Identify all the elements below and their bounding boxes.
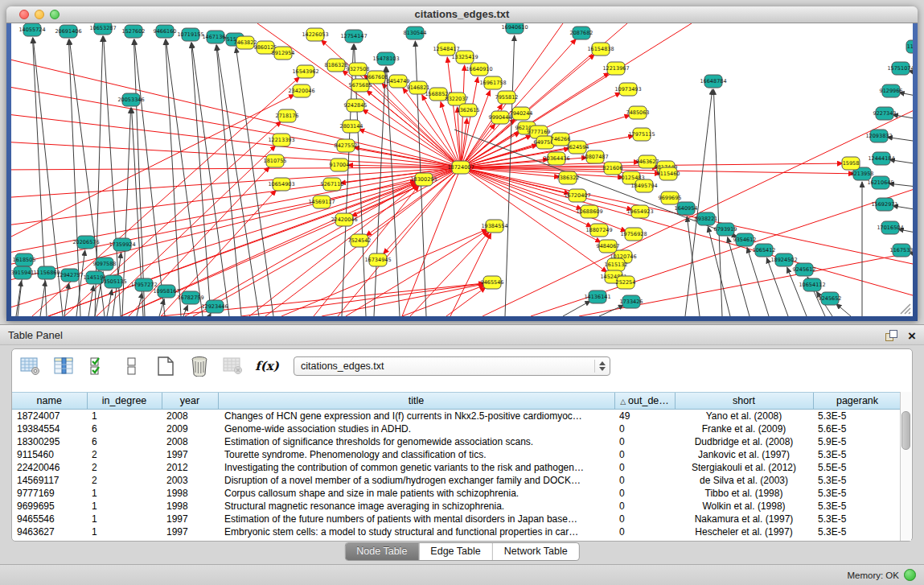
network-node[interactable]: 1810755 [264, 154, 287, 167]
network-node[interactable]: 1615132 [605, 258, 628, 271]
column-header-title[interactable]: title [218, 393, 614, 410]
cell[interactable]: 1 [87, 410, 162, 423]
citation-edge-black[interactable] [728, 237, 749, 316]
network-node[interactable]: 14055724 [18, 23, 45, 36]
column-header-out-degree[interactable]: △out_de… [614, 393, 675, 410]
network-node[interactable]: 9129966 [880, 84, 903, 97]
network-node[interactable]: 7940244 [510, 107, 533, 120]
network-node[interactable]: 19756928 [620, 228, 647, 241]
table-row[interactable]: 911546021997Tourette syndrome. Phenomeno… [12, 448, 901, 461]
network-node[interactable]: 16961758 [479, 76, 506, 89]
network-node[interactable]: 16210645 [867, 176, 893, 189]
network-node[interactable]: 12213393 [268, 134, 294, 146]
close-panel-icon[interactable]: × [908, 329, 916, 343]
network-node[interactable]: 18924502 [770, 253, 797, 266]
cell[interactable]: 1 [87, 513, 162, 525]
citation-edge-black[interactable] [16, 281, 22, 316]
cell[interactable]: 2012 [162, 461, 218, 474]
table-mode-button[interactable] [18, 355, 43, 377]
network-node[interactable]: 9354612 [733, 233, 757, 246]
column-header-name[interactable]: name [12, 393, 87, 410]
network-node[interactable]: 16543962 [292, 65, 318, 78]
cell[interactable]: Genome-wide association studies in ADHD. [218, 422, 614, 435]
network-node[interactable]: 917004 [330, 159, 350, 171]
citation-edge-red[interactable] [11, 167, 461, 282]
citation-edge-black[interactable] [747, 248, 769, 316]
table-row[interactable]: 1938455462009Genome-wide association stu… [12, 422, 901, 435]
citation-edge-red[interactable] [446, 287, 486, 316]
cell[interactable]: 2008 [162, 435, 218, 448]
citation-edge-black[interactable] [64, 283, 69, 316]
citation-edge-black[interactable] [137, 293, 142, 316]
network-node[interactable]: 9242845 [344, 99, 368, 112]
cell[interactable]: 0 [614, 448, 675, 461]
citation-edge-black[interactable] [836, 303, 851, 316]
network-node[interactable]: 16734945 [364, 253, 391, 266]
close-window-icon[interactable] [19, 10, 29, 19]
network-node[interactable]: 1618505 [13, 253, 36, 266]
column-header-short[interactable]: short [675, 393, 813, 410]
cell[interactable]: 1 [87, 500, 162, 513]
table-row[interactable]: 946554611997Estimation of the future num… [12, 513, 901, 525]
cell[interactable]: Tibbo et al. (1998) [675, 487, 813, 500]
network-node[interactable]: 2718176 [276, 109, 299, 122]
network-canvas[interactable]: 1405572420691406106532871527602946616010… [11, 23, 913, 316]
network-node[interactable]: 10653287 [89, 23, 116, 35]
citation-edge-red[interactable] [461, 167, 913, 299]
cell[interactable]: 2008 [162, 410, 218, 423]
network-node[interactable]: 5675685 [349, 79, 372, 92]
cell[interactable]: 5.3E-5 [813, 500, 901, 513]
network-node[interactable]: 8427552 [335, 139, 358, 152]
float-panel-icon[interactable] [885, 330, 897, 341]
network-node[interactable]: 7955812 [495, 91, 519, 104]
network-node[interactable]: 12754147 [340, 30, 367, 43]
column-header-year[interactable]: year [162, 393, 218, 410]
cell[interactable]: 5.3E-5 [813, 448, 901, 461]
cell[interactable]: Nakamura et al. (1997) [675, 513, 813, 525]
network-node[interactable]: 9990444 [489, 111, 512, 124]
network-node[interactable]: 15751074 [887, 62, 913, 75]
cell[interactable]: Dudbridge et al. (2008) [675, 435, 813, 448]
delete-column-button[interactable] [187, 355, 211, 377]
citation-edge-red[interactable] [410, 232, 489, 316]
network-node[interactable]: 12942757 [56, 269, 83, 282]
network-node[interactable]: 1065412 [753, 244, 776, 257]
cell[interactable]: 5.3E-5 [813, 487, 901, 500]
network-node[interactable]: 10719155 [177, 28, 203, 41]
table-scrollbar[interactable] [900, 392, 911, 541]
cell[interactable]: 0 [614, 422, 675, 435]
cell[interactable]: 2003 [162, 474, 218, 487]
cell[interactable]: de Silva et al. (2003) [675, 474, 813, 487]
citation-edge-red[interactable] [450, 233, 491, 316]
cell[interactable]: Disruption of a novel member of a sodium… [218, 474, 614, 487]
unselect-rows-button[interactable] [120, 355, 144, 377]
table-row[interactable]: 969969511998Structural magnetic resonanc… [12, 500, 901, 513]
cell[interactable]: Investigating the contribution of common… [218, 461, 614, 474]
network-node[interactable]: 2803144 [340, 120, 363, 133]
table-row[interactable]: 1456911722003Disruption of a novel membe… [12, 474, 901, 487]
column-header-in-degree[interactable]: in_degree [87, 393, 162, 410]
cell[interactable]: Estimation of significance thresholds fo… [218, 435, 614, 448]
network-node[interactable]: 20691406 [55, 25, 81, 38]
network-node[interactable]: 5267110 [321, 178, 344, 191]
cell[interactable]: 1998 [162, 500, 218, 513]
table-row[interactable]: 1830029562008Estimation of significance … [12, 435, 901, 448]
cell[interactable]: 6 [87, 435, 162, 448]
cell[interactable]: Corpus callosum shape and size in male p… [218, 487, 614, 500]
network-node[interactable]: 9115460 [657, 167, 680, 180]
memory-ok-icon[interactable] [904, 569, 916, 581]
cell[interactable]: 2009 [162, 422, 218, 435]
network-node[interactable]: 8912954 [272, 47, 295, 60]
network-node[interactable]: 10688609 [576, 205, 602, 218]
cell[interactable]: Jankovic et al. (1997) [675, 448, 813, 461]
network-node[interactable]: 19384554 [481, 220, 507, 233]
table-row[interactable]: 946362711997Embryonic stem cells: a mode… [12, 525, 901, 538]
network-node[interactable]: 252254 [616, 276, 636, 289]
citation-edge-black[interactable] [505, 35, 515, 316]
network-node[interactable]: 2087682 [570, 27, 593, 39]
network-node[interactable]: 1733426 [620, 295, 643, 308]
show-columns-button[interactable] [52, 355, 76, 377]
cell[interactable]: Wolkin et al. (1998) [675, 500, 813, 513]
window-titlebar[interactable]: citations_edges.txt [6, 6, 918, 23]
zoom-window-icon[interactable] [50, 10, 60, 19]
